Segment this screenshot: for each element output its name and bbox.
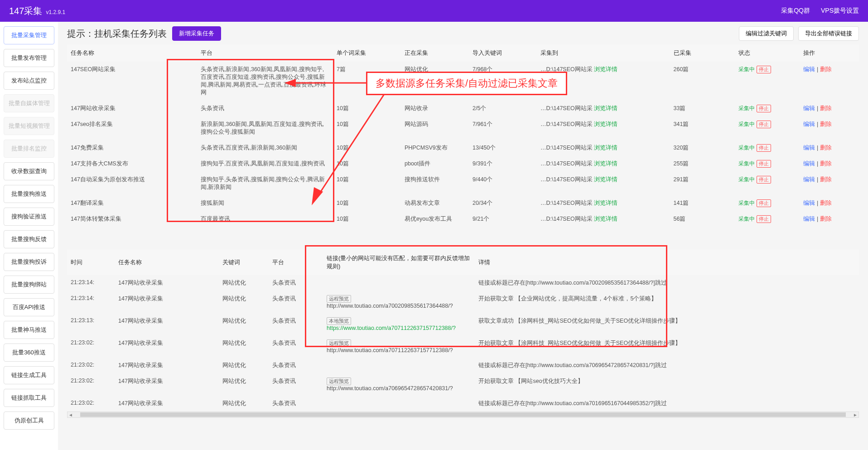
cell-collecting: PHPCMSV9发布 [401, 140, 469, 156]
preview-tag[interactable]: 远程预览 [327, 295, 351, 303]
sidebar-item-12[interactable]: 百度API推送 [4, 298, 54, 316]
delete-link[interactable]: 删除 [820, 160, 832, 167]
edit-link[interactable]: 编辑 [803, 176, 815, 183]
col-imported[interactable]: 导入关键词 [469, 44, 537, 62]
edit-link[interactable]: 编辑 [803, 200, 815, 206]
delete-link[interactable]: 删除 [820, 200, 832, 206]
edit-link[interactable]: 编辑 [803, 66, 815, 73]
browse-link[interactable]: 浏览详情 [594, 105, 617, 111]
stop-button[interactable]: 停止 [757, 215, 771, 223]
sidebar-item-9[interactable]: 批量搜狗反馈 [4, 230, 54, 248]
cell-collected: 341篇 [670, 116, 735, 140]
delete-link[interactable]: 删除 [820, 216, 832, 222]
browse-link[interactable]: 浏览详情 [594, 216, 617, 222]
delete-link[interactable]: 删除 [820, 176, 832, 183]
delete-link[interactable]: 删除 [820, 66, 832, 73]
stop-button[interactable]: 停止 [757, 121, 771, 128]
sidebar-item-11[interactable]: 批量搜狗绑站 [4, 276, 54, 294]
scrollbar-thumb[interactable] [80, 412, 846, 417]
sidebar-item-1[interactable]: 批量发布管理 [4, 49, 54, 67]
header-left: 147采集 v1.2.9.1 [9, 5, 65, 17]
sidebar-item-4: 批量短视频管理 [4, 117, 54, 135]
status-running: 采集中 [738, 216, 755, 222]
preview-tag[interactable]: 本地预览 [327, 317, 351, 325]
qq-group-link[interactable]: 采集QQ群 [781, 7, 810, 15]
col-platform[interactable]: 平台 [197, 44, 333, 62]
log-col-task[interactable]: 任务名称 [115, 250, 219, 275]
log-col-time[interactable]: 时间 [67, 250, 115, 275]
cell-link: 远程预览http://www.toutiao.com/a707112263715… [323, 335, 475, 358]
cell-status: 采集中停止 [735, 195, 800, 211]
sidebar-item-6[interactable]: 收录数据查询 [4, 162, 54, 180]
col-action[interactable]: 操作 [800, 44, 859, 62]
preview-tag[interactable]: 远程预览 [327, 377, 351, 385]
sidebar-item-17[interactable]: 伪原创工具 [4, 411, 54, 430]
log-row: 21:23:02:147网站收录采集网站优化头条资讯远程预览http://www… [67, 335, 859, 358]
delete-link[interactable]: 删除 [820, 105, 832, 111]
sidebar-item-7[interactable]: 批量搜狗推送 [4, 185, 54, 203]
log-url[interactable]: https://www.toutiao.com/a707112263715771… [327, 325, 456, 331]
log-col-link[interactable]: 链接(量小的网站可能没有匹配，如需要可群内反馈增加规则) [323, 250, 475, 275]
col-name[interactable]: 任务名称 [67, 44, 197, 62]
edit-link[interactable]: 编辑 [803, 216, 815, 222]
sidebar-item-0[interactable]: 批量采集管理 [4, 26, 54, 44]
sidebar-item-2[interactable]: 发布站点监控 [4, 72, 54, 90]
toolbar: 提示：挂机采集任务列表 新增采集任务 编辑过滤关键词 导出全部错误链接 [67, 26, 859, 41]
log-url[interactable]: http://www.toutiao.com/a7069654728657420… [327, 385, 453, 392]
col-collected[interactable]: 已采集 [670, 44, 735, 62]
edit-link[interactable]: 编辑 [803, 105, 815, 111]
col-single[interactable]: 单个词采集 [333, 44, 401, 62]
browse-link[interactable]: 浏览详情 [594, 160, 617, 167]
horizontal-scrollbar[interactable]: ◄ ► [67, 411, 859, 418]
cell-collected: 320篇 [670, 140, 735, 156]
browse-link[interactable]: 浏览详情 [594, 200, 617, 206]
sidebar-item-16[interactable]: 链接抓取工具 [4, 389, 54, 407]
new-task-button[interactable]: 新增采集任务 [172, 26, 221, 41]
stop-button[interactable]: 停止 [757, 144, 771, 152]
edit-link[interactable]: 编辑 [803, 160, 815, 167]
sidebar-item-15[interactable]: 链接生成工具 [4, 366, 54, 384]
browse-link[interactable]: 浏览详情 [594, 176, 617, 183]
cell-task: 147网站收录采集 [115, 291, 219, 313]
cell-detail: 链接或标题已存在[http://www.toutiao.com/a7002098… [475, 275, 859, 291]
table-row: 147简体转繁体采集百度最资讯10篇易优eyou发布工具9/21个…D:\147… [67, 211, 859, 227]
vps-settings-link[interactable]: VPS拨号设置 [821, 7, 859, 15]
edit-filter-button[interactable]: 编辑过滤关键词 [739, 26, 794, 41]
edit-link[interactable]: 编辑 [803, 145, 815, 151]
table-row: 147翻译采集搜狐新闻10篇动易发布文章20/34个…D:\147SEO网站采 … [67, 195, 859, 211]
sidebar-item-13[interactable]: 批量神马推送 [4, 321, 54, 339]
sidebar-item-8[interactable]: 搜狗验证推送 [4, 208, 54, 226]
preview-tag[interactable]: 远程预览 [327, 339, 351, 347]
browse-link[interactable]: 浏览详情 [594, 145, 617, 151]
cell-collected: 141篇 [670, 195, 735, 211]
stop-button[interactable]: 停止 [757, 199, 771, 207]
sidebar-item-14[interactable]: 批量360推送 [4, 344, 54, 362]
log-url[interactable]: http://www.toutiao.com/a7002098535617364… [327, 303, 453, 309]
page-title: 提示：挂机采集任务列表 [67, 28, 167, 40]
edit-link[interactable]: 编辑 [803, 121, 815, 127]
stop-button[interactable]: 停止 [757, 66, 771, 73]
scroll-left-icon[interactable]: ◄ [68, 411, 74, 418]
cell-keyword: 网站优化 [219, 373, 269, 396]
cell-platform: 头条资讯 [269, 335, 323, 358]
col-collecting[interactable]: 正在采集 [401, 44, 469, 62]
browse-link[interactable]: 浏览详情 [594, 66, 617, 73]
stop-button[interactable]: 停止 [757, 160, 771, 168]
stop-button[interactable]: 停止 [757, 105, 771, 112]
delete-link[interactable]: 删除 [820, 145, 832, 151]
cell-status: 采集中停止 [735, 62, 800, 101]
log-col-keyword[interactable]: 关键词 [219, 250, 269, 275]
log-col-detail[interactable]: 详情 [475, 250, 859, 275]
col-status[interactable]: 状态 [735, 44, 800, 62]
scroll-right-icon[interactable]: ► [852, 411, 858, 418]
delete-link[interactable]: 删除 [820, 121, 832, 127]
log-col-platform[interactable]: 平台 [269, 250, 323, 275]
export-errors-button[interactable]: 导出全部错误链接 [798, 26, 859, 41]
col-dest[interactable]: 采集到 [537, 44, 670, 62]
status-running: 采集中 [738, 176, 755, 183]
browse-link[interactable]: 浏览详情 [594, 121, 617, 127]
stop-button[interactable]: 停止 [757, 176, 771, 184]
app-title: 147采集 [9, 5, 42, 17]
sidebar-item-10[interactable]: 批量搜狗投诉 [4, 253, 54, 271]
log-url[interactable]: http://www.toutiao.com/a7071122637157712… [327, 347, 453, 353]
